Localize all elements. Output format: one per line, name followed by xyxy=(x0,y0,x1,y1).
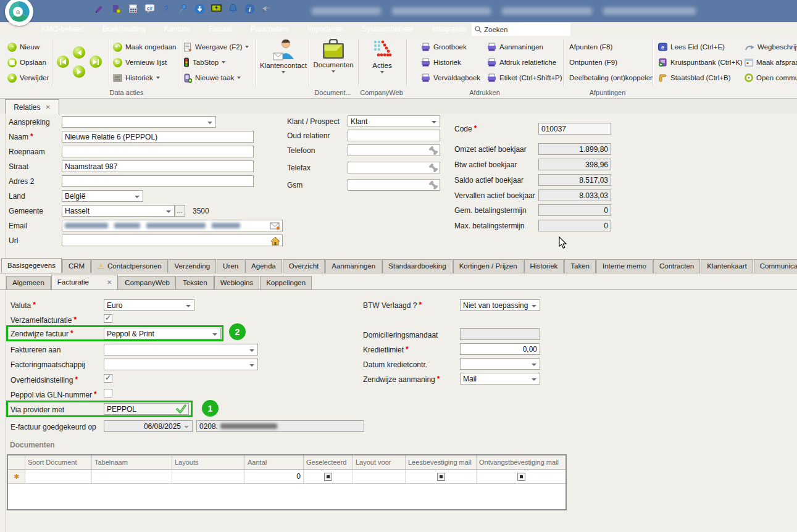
nav-next-button[interactable] xyxy=(73,65,85,78)
url-input[interactable] xyxy=(62,235,283,246)
via-provider-field[interactable]: PEPPOL xyxy=(104,403,189,415)
cell-aantal[interactable]: 0 xyxy=(245,470,304,483)
tab-agenda[interactable]: Agenda xyxy=(245,259,282,273)
search-input[interactable]: Zoeken xyxy=(472,23,570,36)
home-icon[interactable] xyxy=(270,236,280,246)
gemeente-select[interactable]: Hasselt xyxy=(62,205,175,217)
calculator-icon[interactable] xyxy=(127,3,138,14)
table-row[interactable]: ✱ 0 xyxy=(8,470,565,484)
aanspreking-select[interactable] xyxy=(62,116,216,128)
compose-icon[interactable] xyxy=(94,3,105,14)
menu-parameters[interactable]: Parameters xyxy=(241,22,298,36)
nav-last-button[interactable] xyxy=(90,56,102,68)
factoringmaatschappij-select[interactable] xyxy=(104,359,258,370)
email-input[interactable] xyxy=(62,220,283,231)
tab-contracten[interactable]: Contracten xyxy=(653,259,700,273)
cell-tabelnaam[interactable] xyxy=(92,470,172,483)
tab-aanmaningen[interactable]: Aanmaningen xyxy=(325,259,382,273)
menu-kmo-beheer[interactable]: KMO-beheer xyxy=(32,22,93,36)
nieuwe-taak-button[interactable]: Nieuwe taak xyxy=(183,72,241,84)
contacts-icon[interactable] xyxy=(111,3,122,14)
cell-ontvangstbevestiging[interactable] xyxy=(477,470,565,483)
vervaldagboek-print-button[interactable]: Vervaldagboek xyxy=(421,72,480,84)
monitor-add-icon[interactable]: + xyxy=(211,3,222,14)
naam-input[interactable]: Nieuwe Relatie 6 (PEPPOL) xyxy=(62,131,254,143)
klant-prospect-select[interactable]: Klant xyxy=(348,115,440,127)
weergave-button[interactable]: Weergave (F2) xyxy=(183,41,249,53)
nieuw-button[interactable]: ◔Nieuw xyxy=(7,41,40,53)
bell-icon[interactable] xyxy=(227,3,238,14)
aanmaningen-print-button[interactable]: Aanmaningen xyxy=(487,41,543,53)
btw-verlaagd-select[interactable]: Niet van toepassing xyxy=(460,299,540,311)
leesbevestiging-checkbox[interactable] xyxy=(437,473,445,481)
telefax-input[interactable] xyxy=(348,162,440,173)
acties-button[interactable]: Acties xyxy=(361,37,404,86)
tab-koppelingen[interactable]: Koppelingen xyxy=(260,276,312,289)
code-bubble-icon[interactable]: c# xyxy=(144,3,155,14)
faktureren-aan-select[interactable] xyxy=(104,344,258,355)
menu-systeembeheer[interactable]: Systeembeheer xyxy=(353,22,423,36)
zendwijze-factuur-select[interactable]: Peppol & Print xyxy=(104,328,221,339)
tab-uren[interactable]: Uren xyxy=(217,259,244,273)
col-soort-document[interactable]: Soort Document xyxy=(25,455,92,469)
col-geselecteerd[interactable]: Geselecteerd xyxy=(304,455,353,469)
email-icon[interactable] xyxy=(270,222,280,231)
ontvangstbevestiging-checkbox[interactable] xyxy=(517,473,525,481)
download-icon[interactable] xyxy=(194,3,205,14)
col-ontvangstbevestiging[interactable]: Ontvangstbevestiging mail xyxy=(477,455,565,469)
cell-layout-voor[interactable] xyxy=(353,470,406,483)
verzamelfacturatie-checkbox[interactable] xyxy=(104,314,112,323)
app-logo[interactable]: a xyxy=(5,0,33,26)
menu-boekhouding[interactable]: Boekhouding xyxy=(93,22,155,36)
menu-integraties[interactable]: Integraties xyxy=(423,22,476,36)
valuta-select[interactable]: Euro xyxy=(104,299,194,311)
col-aantal[interactable]: Aantal xyxy=(245,455,304,469)
etiket-button[interactable]: Etiket (Ctrl+Shift+P) xyxy=(487,72,562,84)
verwijder-button[interactable]: ●Verwijder xyxy=(7,72,49,84)
tab-overzicht[interactable]: Overzicht xyxy=(283,259,325,273)
nav-first-button[interactable] xyxy=(57,56,69,68)
oud-relatienr-input[interactable] xyxy=(348,130,440,141)
close-icon[interactable]: ✕ xyxy=(45,104,50,110)
historiek-button[interactable]: Historiek xyxy=(113,72,160,84)
adres2-input[interactable] xyxy=(62,175,254,187)
tab-taken[interactable]: Taken xyxy=(564,259,596,273)
col-leesbevestiging[interactable]: Leesbevestiging mail xyxy=(406,455,477,469)
info-icon[interactable]: i xyxy=(244,3,255,14)
nav-previous-button[interactable] xyxy=(73,46,85,59)
tab-standaardboeking[interactable]: Standaardboeking xyxy=(382,259,452,273)
opslaan-button[interactable]: ▣Opslaan xyxy=(7,56,46,69)
cell-geselecteerd[interactable] xyxy=(304,470,353,483)
klantencontact-button[interactable]: Klantencontact xyxy=(259,37,307,86)
overheidsinstelling-checkbox[interactable] xyxy=(104,374,112,383)
kruispuntbank-button[interactable]: Kruispuntbank (Ctrl+K) xyxy=(658,56,743,69)
land-select[interactable]: België xyxy=(62,190,143,202)
open-communicator-button[interactable]: Open commun... xyxy=(745,72,797,84)
afpunten-button[interactable]: Afpunten (F8) xyxy=(569,41,612,53)
cell-layouts[interactable] xyxy=(172,470,245,483)
tab-basisgegevens[interactable]: Basisgegevens xyxy=(1,258,62,273)
staatsblad-button[interactable]: Staatsblad (Ctrl+B) xyxy=(658,72,730,84)
tabstop-button[interactable]: TabStop xyxy=(183,56,225,69)
maak-ongedaan-button[interactable]: ↶Maak ongedaan xyxy=(113,41,176,53)
roepnaam-input[interactable] xyxy=(62,146,254,157)
code-input[interactable]: 010037 xyxy=(538,123,611,135)
col-tabelnaam[interactable]: Tabelnaam xyxy=(92,455,172,469)
datum-kredietcontr-select[interactable] xyxy=(460,358,540,370)
deelbetaling-button[interactable]: Deelbetaling (ont)koppelen xyxy=(569,72,654,84)
kredietlimiet-input[interactable]: 0,00 xyxy=(460,343,540,355)
tab-communicator[interactable]: Communicator xyxy=(754,259,797,273)
col-layouts[interactable]: Layouts xyxy=(172,455,245,469)
maak-afspraak-button[interactable]: Maak afspraa... xyxy=(745,56,797,69)
tab-interne-memo[interactable]: Interne memo xyxy=(596,259,653,273)
tab-algemeen[interactable]: Algemeen xyxy=(6,276,51,289)
vernieuw-lijst-button[interactable]: ↻Vernieuw lijst xyxy=(113,56,167,69)
wegbeschrijving-button[interactable]: Wegbeschrijv... xyxy=(745,41,797,53)
tab-klantenkaart[interactable]: Klantenkaart xyxy=(701,259,753,273)
col-layout-voor[interactable]: Layout voor xyxy=(353,455,406,469)
grootboek-print-button[interactable]: Grootboek xyxy=(421,41,467,53)
tab-crm[interactable]: CRM xyxy=(62,259,91,273)
tab-relaties-document[interactable]: Relaties ✕ xyxy=(5,99,59,114)
geselecteerd-checkbox[interactable] xyxy=(324,473,332,481)
tab-weblogins[interactable]: Weblogins xyxy=(214,276,260,289)
